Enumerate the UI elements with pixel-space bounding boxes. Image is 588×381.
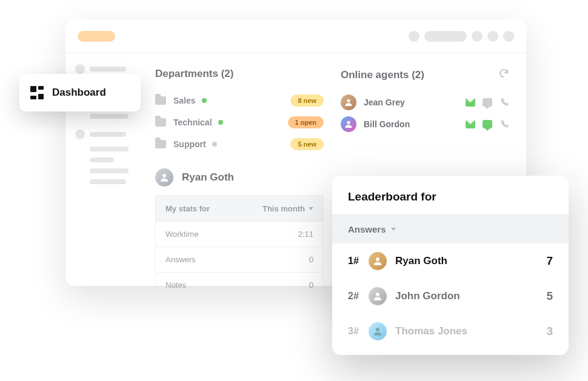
chat-icon[interactable] xyxy=(483,120,492,128)
leaderboard-rank: 1# xyxy=(348,256,369,267)
avatar xyxy=(341,94,356,110)
folder-icon xyxy=(155,96,166,105)
mail-icon[interactable] xyxy=(466,120,475,128)
svg-point-2 xyxy=(347,121,350,124)
avatar xyxy=(369,322,387,340)
avatar xyxy=(341,116,356,132)
department-name: Technical xyxy=(173,118,212,127)
chevron-down-icon xyxy=(391,228,396,231)
department-row[interactable]: Technical 1 open xyxy=(155,111,324,133)
stats-row-value: 0 xyxy=(309,255,313,264)
stats-row-value: 0 xyxy=(309,280,313,290)
leaderboard-card: Leaderboard for Answers 1# Ryan Goth 7 2… xyxy=(332,176,569,355)
department-name: Support xyxy=(173,139,206,149)
department-name: Sales xyxy=(173,96,196,105)
chat-icon[interactable] xyxy=(483,98,492,107)
leaderboard-value: 7 xyxy=(546,254,553,268)
leaderboard-value: 3 xyxy=(546,325,553,338)
department-badge: 1 open xyxy=(288,116,324,128)
agents-title: Online agents (2) xyxy=(341,69,424,81)
svg-point-3 xyxy=(376,257,379,261)
stats-row: Worktime 2:11 xyxy=(156,221,323,247)
department-badge: 5 new xyxy=(290,138,324,150)
stats-table: My stats for This month Worktime 2:11 xyxy=(155,195,324,298)
leaderboard-rank: 2# xyxy=(348,291,369,302)
status-dot-icon xyxy=(218,120,223,125)
agent-row[interactable]: Jean Grey xyxy=(341,91,509,113)
departments-section: Departments (2) Sales 8 new Technical xyxy=(155,68,324,298)
leaderboard-title: Leaderboard for xyxy=(332,176,569,214)
svg-point-5 xyxy=(376,328,379,331)
leaderboard-name: John Gordon xyxy=(395,290,546,302)
phone-icon[interactable] xyxy=(499,119,509,129)
svg-point-4 xyxy=(376,293,379,296)
titlebar-placeholder-bar xyxy=(424,31,467,42)
window-titlebar xyxy=(65,19,526,53)
stats-period-select[interactable]: This month xyxy=(262,204,313,213)
titlebar-placeholder-dot xyxy=(503,31,514,42)
stats-row: Answers 0 xyxy=(156,247,323,272)
leaderboard-row[interactable]: 1# Ryan Goth 7 xyxy=(332,244,569,279)
leaderboard-filter-label: Answers xyxy=(348,224,386,234)
dashboard-label: Dashboard xyxy=(52,87,106,99)
department-row[interactable]: Support 5 new xyxy=(155,133,324,155)
titlebar-placeholder-dot xyxy=(409,31,419,42)
agent-row[interactable]: Bill Gordon xyxy=(341,113,509,135)
leaderboard-value: 5 xyxy=(546,290,553,303)
stats-row-label: Worktime xyxy=(165,230,199,239)
stats-user-name: Ryan Goth xyxy=(182,171,234,184)
titlebar-placeholder-dot xyxy=(487,31,498,42)
titlebar-placeholder-dot xyxy=(472,31,483,42)
stats-row: Notes 0 xyxy=(156,272,323,297)
agent-name: Jean Grey xyxy=(364,98,405,107)
leaderboard-row[interactable]: 3# Thomas Jones 3 xyxy=(332,314,569,349)
department-row[interactable]: Sales 8 new xyxy=(155,90,324,111)
stats-row-value: 2:11 xyxy=(298,230,313,239)
leaderboard-row[interactable]: 2# John Gordon 5 xyxy=(332,279,569,314)
leaderboard-rank: 3# xyxy=(348,326,369,337)
dashboard-tab[interactable]: Dashboard xyxy=(19,74,141,111)
mail-icon[interactable] xyxy=(466,98,475,107)
avatar xyxy=(369,252,387,270)
leaderboard-name: Thomas Jones xyxy=(395,325,546,337)
department-badge: 8 new xyxy=(290,94,324,107)
my-stats-card: Ryan Goth My stats for This month xyxy=(155,168,324,298)
phone-icon[interactable] xyxy=(499,98,509,107)
folder-icon xyxy=(155,140,166,148)
svg-point-0 xyxy=(162,174,166,177)
leaderboard-filter[interactable]: Answers xyxy=(332,214,569,244)
leaderboard-name: Ryan Goth xyxy=(395,255,546,267)
avatar xyxy=(155,168,173,187)
status-dot-icon xyxy=(212,142,217,147)
chevron-down-icon xyxy=(309,207,313,210)
folder-icon xyxy=(155,118,166,127)
dashboard-icon xyxy=(30,86,44,99)
agent-name: Bill Gordon xyxy=(364,119,410,129)
departments-title: Departments (2) xyxy=(155,68,233,80)
stats-filter-label: My stats for xyxy=(165,204,210,213)
avatar xyxy=(369,287,387,305)
stats-filter-row[interactable]: My stats for This month xyxy=(156,196,323,221)
svg-point-1 xyxy=(347,99,350,102)
titlebar-accent xyxy=(78,31,115,42)
refresh-icon xyxy=(498,68,509,79)
stats-row-label: Answers xyxy=(165,255,196,264)
stats-row-label: Notes xyxy=(165,280,186,290)
refresh-button[interactable] xyxy=(498,68,509,82)
status-dot-icon xyxy=(202,98,207,103)
